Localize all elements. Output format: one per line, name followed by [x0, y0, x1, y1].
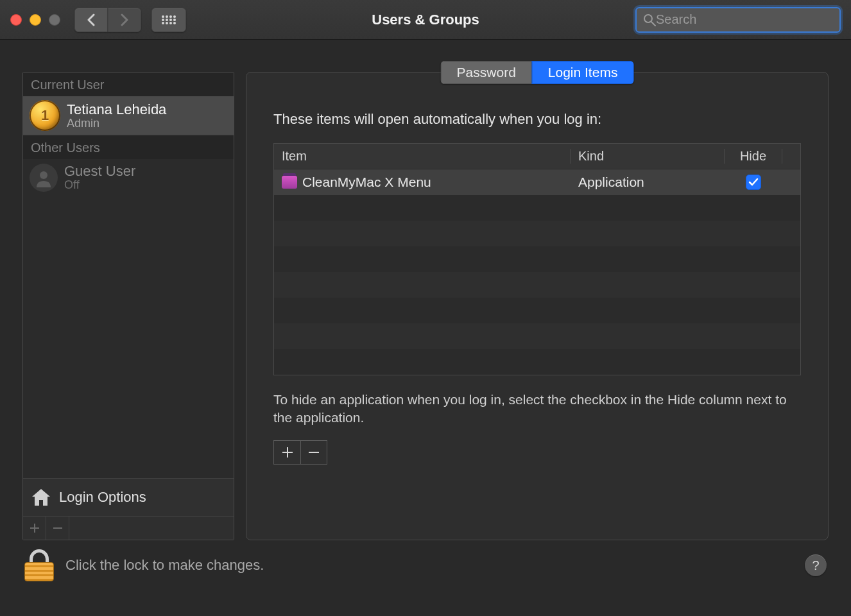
main-panel: Password Login Items These items will op…: [246, 72, 829, 540]
sidebar-guest-user[interactable]: Guest User Off: [23, 159, 234, 196]
guest-name-label: Guest User: [64, 163, 135, 180]
item-name-label: CleanMyMac X Menu: [302, 175, 431, 190]
login-items-table: Item Kind Hide CleanMyMac X Menu Applica…: [273, 143, 801, 375]
svg-point-8: [162, 22, 164, 24]
zoom-window-button[interactable]: [49, 14, 60, 26]
table-row-empty: [274, 272, 800, 298]
svg-point-10: [169, 22, 172, 24]
tab-control: Password Login Items: [441, 61, 634, 84]
add-remove-item-box: [273, 440, 801, 465]
svg-point-5: [166, 19, 168, 21]
back-button[interactable]: [74, 8, 108, 32]
column-kind[interactable]: Kind: [571, 149, 725, 164]
svg-point-12: [644, 15, 652, 22]
svg-point-11: [173, 22, 176, 24]
lock-hint-text: Click the lock to make changes.: [65, 557, 264, 574]
guest-role-label: Off: [64, 178, 135, 192]
table-header: Item Kind Hide: [274, 144, 800, 169]
column-hide[interactable]: Hide: [725, 149, 782, 164]
window-controls: [10, 14, 60, 26]
content-area: Current User Tetiana Leheida Admin Other…: [0, 40, 851, 540]
forward-button[interactable]: [108, 8, 141, 32]
app-icon: [282, 176, 297, 189]
table-body: CleanMyMac X Menu Application: [274, 169, 800, 375]
table-row-empty: [274, 221, 800, 246]
column-item[interactable]: Item: [274, 149, 571, 164]
cell-item: CleanMyMac X Menu: [274, 175, 571, 190]
svg-point-9: [166, 22, 168, 24]
current-user-header: Current User: [23, 73, 234, 96]
svg-point-2: [169, 15, 172, 18]
table-row-empty: [274, 246, 800, 272]
table-row-empty: [274, 195, 800, 221]
sidebar-footer: [23, 517, 234, 540]
footer: Click the lock to make changes. ?: [0, 540, 851, 590]
remove-login-item-button[interactable]: [300, 440, 327, 465]
titlebar: Users & Groups: [0, 0, 851, 40]
user-avatar-icon: [30, 100, 60, 131]
show-all-button[interactable]: [151, 8, 186, 32]
guest-avatar-icon: [30, 164, 58, 192]
hide-checkbox[interactable]: [746, 175, 761, 190]
tab-password[interactable]: Password: [441, 61, 532, 84]
svg-point-0: [162, 15, 164, 18]
search-field-wrap[interactable]: [635, 7, 841, 33]
svg-point-14: [40, 171, 47, 179]
add-login-item-button[interactable]: [273, 440, 300, 465]
search-icon: [643, 13, 656, 26]
svg-point-1: [166, 15, 168, 18]
cell-hide: [725, 175, 782, 190]
users-sidebar: Current User Tetiana Leheida Admin Other…: [22, 72, 234, 540]
nav-buttons: [74, 8, 141, 32]
svg-point-7: [173, 19, 176, 21]
add-user-button[interactable]: [23, 517, 46, 540]
svg-line-13: [651, 22, 655, 26]
user-role-label: Admin: [67, 117, 166, 130]
sidebar-current-user[interactable]: Tetiana Leheida Admin: [23, 96, 234, 135]
svg-point-3: [173, 15, 176, 18]
minimize-window-button[interactable]: [30, 14, 41, 26]
hide-hint-text: To hide an application when you log in, …: [273, 391, 801, 427]
table-row-empty: [274, 349, 800, 375]
login-options-button[interactable]: Login Options: [23, 478, 234, 517]
other-users-header: Other Users: [23, 135, 234, 159]
table-row-empty: [274, 323, 800, 349]
house-icon: [31, 488, 51, 507]
login-options-label: Login Options: [59, 489, 146, 506]
svg-point-4: [162, 19, 164, 21]
lock-icon[interactable]: [24, 549, 54, 581]
login-items-lead: These items will open automatically when…: [273, 111, 801, 128]
help-button[interactable]: ?: [805, 554, 827, 576]
table-row-empty: [274, 298, 800, 323]
close-window-button[interactable]: [10, 14, 22, 26]
table-row[interactable]: CleanMyMac X Menu Application: [274, 169, 800, 195]
user-name-label: Tetiana Leheida: [67, 101, 166, 118]
remove-user-button[interactable]: [46, 517, 69, 540]
sidebar-spacer: [23, 196, 234, 478]
search-input[interactable]: [656, 12, 833, 27]
cell-kind: Application: [571, 175, 725, 190]
svg-point-6: [169, 19, 172, 21]
tab-login-items[interactable]: Login Items: [532, 61, 634, 84]
